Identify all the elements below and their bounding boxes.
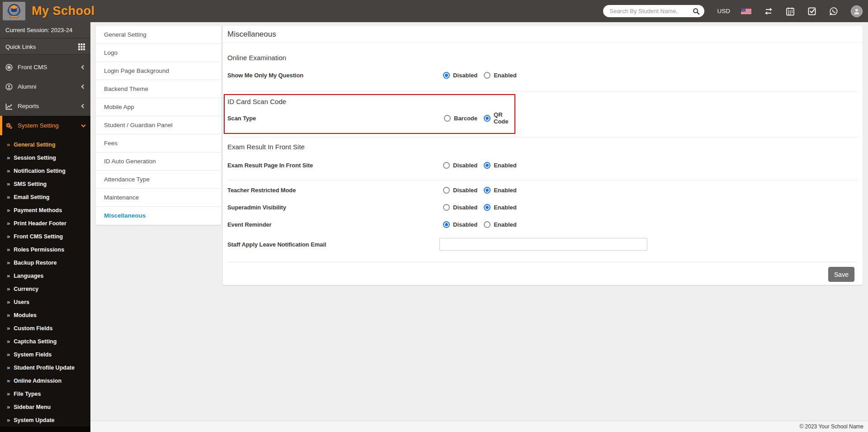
- submenu-item-notification-setting[interactable]: »Notification Setting: [0, 164, 90, 177]
- sidebar-item-reports[interactable]: Reports: [0, 96, 90, 116]
- staff-leave-email-input[interactable]: [439, 238, 647, 251]
- alumni-icon: [5, 83, 13, 90]
- search-icon[interactable]: [693, 8, 700, 15]
- submenu-item-student-profile-update[interactable]: »Student Profile Update: [0, 361, 90, 374]
- radio-enabled[interactable]: [484, 187, 491, 194]
- submenu-label: Notification Setting: [14, 168, 66, 174]
- exchange-icon[interactable]: [764, 7, 773, 16]
- double-arrow-icon: »: [7, 390, 10, 397]
- save-button[interactable]: Save: [828, 267, 854, 282]
- submenu-label: Front CMS Setting: [14, 233, 63, 240]
- tab-attendance-type[interactable]: Attendance Type: [96, 171, 221, 189]
- tab-fees[interactable]: Fees: [96, 134, 221, 152]
- sidebar-item-label: System Setting: [18, 122, 59, 129]
- radio-qr-code[interactable]: [484, 115, 491, 122]
- us-flag-icon[interactable]: [741, 8, 751, 14]
- radio-disabled[interactable]: [443, 72, 450, 79]
- radio-disabled[interactable]: [443, 162, 450, 169]
- submenu-item-captcha-setting[interactable]: »Captcha Setting: [0, 335, 90, 348]
- sidebar-item-front-cms[interactable]: Front CMS: [0, 57, 90, 77]
- submenu-item-backup-restore[interactable]: »Backup Restore: [0, 256, 90, 269]
- calendar-icon[interactable]: [786, 7, 795, 16]
- radio-option-label[interactable]: Enabled: [494, 187, 517, 194]
- submenu-item-file-types[interactable]: »File Types: [0, 387, 90, 400]
- submenu-label: Student Profile Update: [14, 365, 75, 371]
- submenu-item-general-setting[interactable]: »General Setting: [0, 138, 90, 151]
- submenu-item-print-header-footer[interactable]: »Print Header Footer: [0, 217, 90, 230]
- submenu-item-users[interactable]: »Users: [0, 295, 90, 309]
- submenu-label: Sidebar Menu: [14, 404, 51, 410]
- tab-logo[interactable]: Logo: [96, 44, 221, 62]
- quick-links[interactable]: Quick Links: [0, 38, 90, 55]
- tab-miscellaneous[interactable]: Miscellaneous: [96, 207, 221, 225]
- radio-option-label[interactable]: Enabled: [494, 72, 517, 79]
- header-search: [603, 5, 704, 17]
- submenu-item-system-update[interactable]: »System Update: [0, 413, 90, 427]
- submenu-item-online-admission[interactable]: »Online Admission: [0, 374, 90, 387]
- radio-enabled[interactable]: [484, 221, 491, 228]
- setting-label: Show Me Only My Question: [227, 72, 439, 79]
- tab-maintenance[interactable]: Maintenance: [96, 189, 221, 207]
- section-title-exam-result-in-front-site: Exam Result In Front Site: [227, 142, 858, 152]
- tab-backend-theme[interactable]: Backend Theme: [96, 80, 221, 98]
- tab-general-setting[interactable]: General Setting: [96, 26, 221, 44]
- app-root: My School USD: [0, 0, 868, 432]
- radio-option-label[interactable]: Enabled: [494, 162, 517, 169]
- double-arrow-icon: »: [7, 233, 10, 240]
- submenu-item-sms-setting[interactable]: »SMS Setting: [0, 177, 90, 190]
- whatsapp-icon[interactable]: [829, 7, 838, 16]
- radio-option-label[interactable]: Disabled: [453, 204, 477, 211]
- radio-option-label[interactable]: Enabled: [494, 221, 517, 228]
- radio-disabled[interactable]: [443, 221, 450, 228]
- radio-option-label[interactable]: Disabled: [453, 187, 477, 194]
- radio-option-label[interactable]: Enabled: [494, 204, 517, 211]
- double-arrow-icon: »: [7, 417, 10, 423]
- school-logo[interactable]: [3, 2, 25, 20]
- currency-label[interactable]: USD: [717, 8, 730, 14]
- submenu-label: General Setting: [14, 142, 55, 148]
- radio-disabled[interactable]: [443, 204, 450, 211]
- submenu-item-languages[interactable]: »Languages: [0, 269, 90, 282]
- double-arrow-icon: »: [7, 141, 10, 148]
- submenu-label: System Fields: [14, 351, 52, 358]
- submenu-item-custom-fields[interactable]: »Custom Fields: [0, 322, 90, 335]
- radio-option-label[interactable]: Disabled: [453, 162, 477, 169]
- tab-id-auto-generation[interactable]: ID Auto Generation: [96, 152, 221, 171]
- radio-option-label[interactable]: Disabled: [453, 72, 477, 79]
- tab-student-guardian-panel[interactable]: Student / Guardian Panel: [96, 116, 221, 134]
- submenu-item-roles-permissions[interactable]: »Roles Permissions: [0, 243, 90, 256]
- submenu-item-front-cms-setting[interactable]: »Front CMS Setting: [0, 230, 90, 243]
- tab-mobile-app[interactable]: Mobile App: [96, 98, 221, 116]
- submenu-item-currency[interactable]: »Currency: [0, 282, 90, 295]
- tab-login-page-background[interactable]: Login Page Background: [96, 62, 221, 80]
- radio-option-label[interactable]: Barcode: [454, 115, 477, 122]
- setting-label: Exam Result Page In Front Site: [227, 162, 439, 169]
- search-input[interactable]: [609, 8, 693, 14]
- radio-barcode[interactable]: [444, 115, 451, 122]
- user-avatar[interactable]: [851, 5, 863, 17]
- tasks-icon[interactable]: [807, 7, 816, 16]
- submenu-item-modules[interactable]: »Modules: [0, 309, 90, 322]
- page-footer: © 2023 Your School Name: [90, 421, 868, 432]
- submenu-item-payment-methods[interactable]: »Payment Methods: [0, 204, 90, 217]
- radio-enabled[interactable]: [484, 204, 491, 211]
- submenu-label: Custom Fields: [14, 325, 52, 332]
- submenu-item-email-setting[interactable]: »Email Setting: [0, 190, 90, 204]
- radio-enabled[interactable]: [484, 162, 491, 169]
- sidebar-item-system-setting[interactable]: System Setting: [0, 116, 90, 135]
- radio-option-label[interactable]: Disabled: [453, 221, 477, 228]
- submenu-item-system-fields[interactable]: »System Fields: [0, 348, 90, 361]
- radio-enabled[interactable]: [484, 72, 491, 79]
- sidebar-item-alumni[interactable]: Alumni: [0, 77, 90, 96]
- radio-option-label[interactable]: QR Code: [494, 111, 509, 125]
- setting-row-event-reminder: Event Reminder Disabled Enabled: [227, 216, 858, 233]
- chevron-down-icon: [81, 123, 86, 127]
- radio-group: Disabled Enabled: [439, 162, 858, 169]
- submenu-item-session-setting[interactable]: »Session Setting: [0, 151, 90, 164]
- grid-icon: [78, 43, 85, 50]
- quick-links-label: Quick Links: [5, 43, 36, 50]
- submenu-item-sidebar-menu[interactable]: »Sidebar Menu: [0, 400, 90, 413]
- section-title-online-examination: Online Examination: [227, 53, 858, 63]
- radio-disabled[interactable]: [443, 187, 450, 194]
- radio-group: Disabled Enabled: [439, 221, 858, 228]
